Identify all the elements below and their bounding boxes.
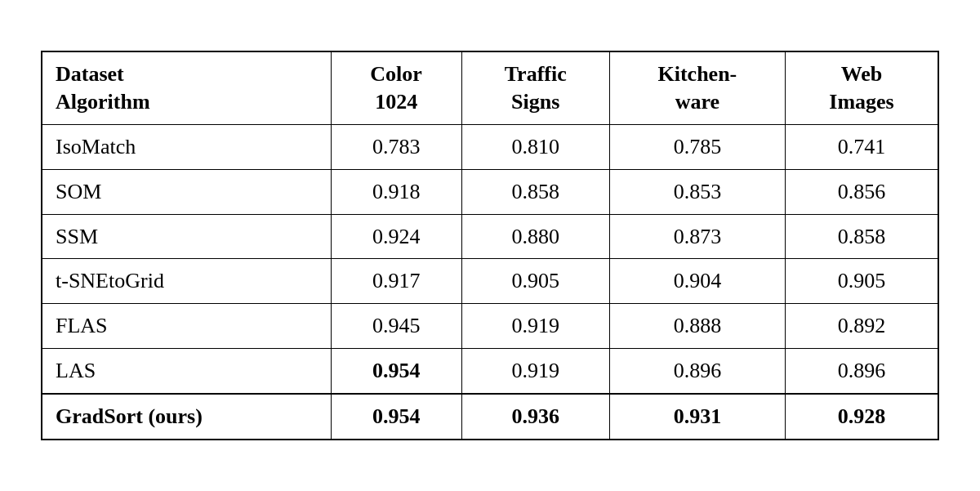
algorithm-name: SOM bbox=[42, 169, 331, 214]
col1-line2: 1024 bbox=[345, 88, 448, 116]
cell-web_images: 0.905 bbox=[786, 259, 938, 304]
col4-line1: Web bbox=[799, 60, 924, 88]
col1-line1: Color bbox=[345, 60, 448, 88]
algorithm-label: Algorithm bbox=[56, 88, 318, 116]
cell-traffic_signs: 0.919 bbox=[461, 304, 609, 349]
cell-web_images: 0.896 bbox=[786, 348, 938, 393]
dataset-label: Dataset bbox=[56, 60, 318, 88]
header-traffic-signs: Traffic Signs bbox=[461, 51, 609, 124]
header-web-images: Web Images bbox=[786, 51, 938, 124]
table-row: t-SNEtoGrid0.9170.9050.9040.905 bbox=[42, 259, 938, 304]
cell-traffic_signs: 0.880 bbox=[461, 214, 609, 259]
cell-web_images: 0.741 bbox=[786, 125, 938, 170]
algorithm-name: LAS bbox=[42, 348, 331, 393]
cell-kitchenware: 0.888 bbox=[609, 304, 785, 349]
col3-line1: Kitchen- bbox=[623, 60, 772, 88]
cell-kitchenware: 0.785 bbox=[609, 125, 785, 170]
cell-traffic_signs: 0.919 bbox=[461, 348, 609, 393]
cell-color1024: 0.945 bbox=[331, 304, 461, 349]
cell-kitchenware: 0.853 bbox=[609, 169, 785, 214]
table-row: SSM0.9240.8800.8730.858 bbox=[42, 214, 938, 259]
cell-traffic_signs: 0.810 bbox=[461, 125, 609, 170]
cell-web_images: 0.856 bbox=[786, 169, 938, 214]
cell-color1024: 0.918 bbox=[331, 169, 461, 214]
gradsort-cell-kitchenware: 0.931 bbox=[609, 394, 785, 440]
table-row: LAS0.9540.9190.8960.896 bbox=[42, 348, 938, 393]
results-table: Dataset Algorithm Color 1024 Traffic Sig… bbox=[41, 51, 939, 440]
gradsort-algorithm: GradSort (ours) bbox=[42, 394, 331, 440]
algorithm-name: SSM bbox=[42, 214, 331, 259]
header-dataset-algorithm: Dataset Algorithm bbox=[42, 51, 331, 124]
table-row: SOM0.9180.8580.8530.856 bbox=[42, 169, 938, 214]
algorithm-name: IsoMatch bbox=[42, 125, 331, 170]
header-kitchenware: Kitchen- ware bbox=[609, 51, 785, 124]
header-color1024: Color 1024 bbox=[331, 51, 461, 124]
col4-line2: Images bbox=[799, 88, 924, 116]
table-row: IsoMatch0.7830.8100.7850.741 bbox=[42, 125, 938, 170]
table-container: Dataset Algorithm Color 1024 Traffic Sig… bbox=[41, 51, 939, 440]
cell-kitchenware: 0.873 bbox=[609, 214, 785, 259]
cell-color1024: 0.917 bbox=[331, 259, 461, 304]
cell-traffic_signs: 0.858 bbox=[461, 169, 609, 214]
gradsort-cell-color1024: 0.954 bbox=[331, 394, 461, 440]
cell-web_images: 0.858 bbox=[786, 214, 938, 259]
cell-color1024: 0.954 bbox=[331, 348, 461, 393]
col3-line2: ware bbox=[623, 88, 772, 116]
gradsort-row: GradSort (ours)0.9540.9360.9310.928 bbox=[42, 394, 938, 440]
cell-traffic_signs: 0.905 bbox=[461, 259, 609, 304]
gradsort-cell-traffic_signs: 0.936 bbox=[461, 394, 609, 440]
cell-color1024: 0.783 bbox=[331, 125, 461, 170]
cell-kitchenware: 0.904 bbox=[609, 259, 785, 304]
cell-kitchenware: 0.896 bbox=[609, 348, 785, 393]
cell-color1024: 0.924 bbox=[331, 214, 461, 259]
algorithm-name: FLAS bbox=[42, 304, 331, 349]
algorithm-name: t-SNEtoGrid bbox=[42, 259, 331, 304]
col2-line1: Traffic bbox=[475, 60, 596, 88]
gradsort-cell-web_images: 0.928 bbox=[786, 394, 938, 440]
col2-line2: Signs bbox=[475, 88, 596, 116]
cell-web_images: 0.892 bbox=[786, 304, 938, 349]
table-row: FLAS0.9450.9190.8880.892 bbox=[42, 304, 938, 349]
